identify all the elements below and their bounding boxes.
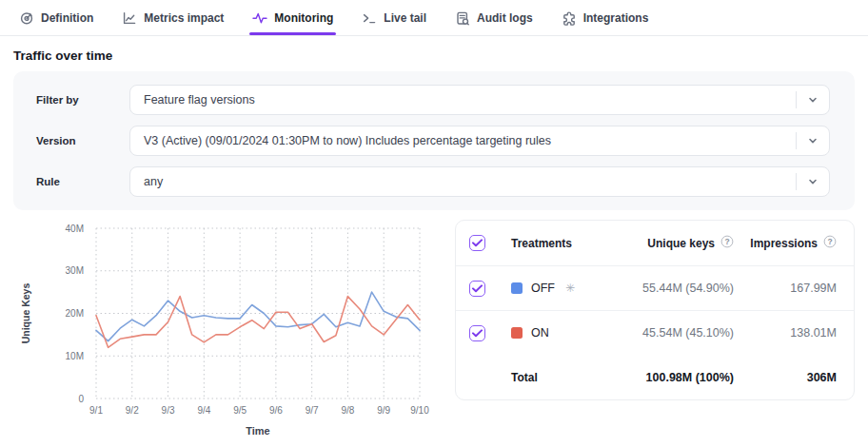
- monitoring-page: DefinitionMetrics impactMonitoringLive t…: [0, 0, 868, 446]
- svg-text:Time: Time: [246, 425, 269, 437]
- help-icon[interactable]: ?: [720, 235, 734, 251]
- treatments-table: Treatments Unique keys ? Impressions ? O…: [455, 220, 855, 400]
- version-select[interactable]: V3 (Active) (09/01/2024 01:30PM to now) …: [129, 126, 830, 156]
- chevron-down-icon: [797, 135, 829, 146]
- tab-live-tail[interactable]: Live tail: [362, 0, 426, 35]
- tab-integrations[interactable]: Integrations: [562, 0, 649, 35]
- impressions-value: 138.01M: [734, 326, 837, 340]
- filter-panel: Filter byFeature flag versionsVersionV3 …: [13, 71, 855, 210]
- unique-keys-value: 45.54M (45.10%): [583, 326, 734, 340]
- integrations-icon: [562, 10, 577, 26]
- tab-label: Audit logs: [477, 11, 533, 25]
- svg-text:30M: 30M: [66, 265, 84, 276]
- unique-keys-value: 55.44M (54.90%): [583, 282, 734, 295]
- treatment-checkbox-off[interactable]: [469, 281, 485, 297]
- svg-text:40M: 40M: [66, 224, 84, 234]
- chevron-down-icon: [797, 176, 829, 187]
- monitoring-icon: [252, 10, 267, 26]
- treatment-name: ON: [511, 326, 583, 340]
- svg-text:9/5: 9/5: [233, 405, 247, 416]
- svg-text:?: ?: [827, 237, 832, 246]
- svg-text:9/7: 9/7: [306, 405, 319, 416]
- series-color-swatch: [511, 327, 523, 339]
- svg-text:?: ?: [724, 237, 729, 246]
- svg-text:Unique Keys: Unique Keys: [20, 283, 31, 344]
- svg-text:9/2: 9/2: [126, 405, 139, 416]
- tab-label: Definition: [41, 11, 93, 25]
- tab-label: Metrics impact: [144, 11, 224, 25]
- series-color-swatch: [511, 282, 523, 294]
- treatment-row-off: OFF✳︎55.44M (54.90%)167.99M: [456, 265, 854, 310]
- treatments-column-header: Treatments: [511, 237, 583, 250]
- svg-text:9/3: 9/3: [162, 405, 175, 416]
- total-impressions: 306M: [734, 371, 837, 384]
- filter-by-label: Filter by: [36, 94, 129, 106]
- live-tail-icon: [362, 10, 377, 26]
- filter-by-selected-value: Feature flag versions: [130, 93, 796, 107]
- unique-keys-column-header: Unique keys ?: [583, 235, 734, 251]
- treatments-table-header: Treatments Unique keys ? Impressions ?: [456, 221, 854, 265]
- default-treatment-icon: ✳︎: [565, 282, 575, 295]
- treatment-row-on: ON45.54M (45.10%)138.01M: [456, 310, 854, 355]
- treatment-checkbox-on[interactable]: [469, 325, 485, 341]
- version-label: Version: [36, 135, 129, 146]
- total-label: Total: [511, 371, 583, 384]
- tab-label: Integrations: [583, 11, 649, 25]
- tab-metrics-impact[interactable]: Metrics impact: [122, 0, 224, 35]
- select-all-checkbox[interactable]: [469, 235, 485, 251]
- line-chart-canvas: 010M20M30M40M9/19/29/39/49/59/69/79/89/9…: [0, 216, 447, 446]
- total-row: Total 100.98M (100%) 306M: [456, 355, 854, 399]
- tab-monitoring[interactable]: Monitoring: [252, 0, 333, 35]
- definition-icon: [19, 10, 34, 26]
- treatment-label: OFF: [531, 282, 555, 295]
- svg-text:10M: 10M: [66, 351, 84, 361]
- treatments-rows: OFF✳︎55.44M (54.90%)167.99MON45.54M (45.…: [456, 265, 854, 355]
- rule-label: Rule: [36, 176, 129, 187]
- svg-text:0: 0: [78, 394, 84, 404]
- tab-label: Live tail: [384, 11, 426, 25]
- svg-text:9/10: 9/10: [410, 405, 429, 416]
- metrics-impact-icon: [122, 10, 137, 26]
- traffic-over-time-chart: 010M20M30M40M9/19/29/39/49/59/69/79/89/9…: [0, 216, 447, 446]
- tab-label: Monitoring: [274, 11, 333, 25]
- audit-logs-icon: [455, 10, 470, 26]
- series-line-on: [96, 297, 420, 348]
- rule-select[interactable]: any: [129, 166, 830, 197]
- tab-definition[interactable]: Definition: [19, 0, 93, 35]
- svg-text:9/1: 9/1: [89, 405, 103, 416]
- rule-selected-value: any: [130, 175, 796, 188]
- page-title: Traffic over time: [13, 49, 868, 63]
- series-line-off: [96, 292, 420, 341]
- impressions-column-header: Impressions ?: [734, 235, 837, 251]
- chevron-down-icon: [797, 94, 829, 106]
- tab-audit-logs[interactable]: Audit logs: [455, 0, 533, 35]
- tab-bar: DefinitionMetrics impactMonitoringLive t…: [0, 0, 868, 36]
- svg-text:9/4: 9/4: [197, 405, 210, 416]
- impressions-value: 167.99M: [734, 282, 837, 295]
- treatment-label: ON: [531, 326, 549, 340]
- treatment-name: OFF✳︎: [511, 282, 583, 295]
- version-selected-value: V3 (Active) (09/01/2024 01:30PM to now) …: [130, 134, 796, 147]
- total-unique-keys: 100.98M (100%): [583, 371, 734, 384]
- main-content: 010M20M30M40M9/19/29/39/49/59/69/79/89/9…: [0, 216, 868, 446]
- svg-text:9/8: 9/8: [341, 405, 354, 416]
- svg-text:20M: 20M: [66, 308, 84, 319]
- help-icon[interactable]: ?: [823, 235, 837, 251]
- svg-text:9/9: 9/9: [377, 405, 390, 416]
- filter-by-select[interactable]: Feature flag versions: [129, 85, 830, 115]
- svg-text:9/6: 9/6: [269, 405, 283, 416]
